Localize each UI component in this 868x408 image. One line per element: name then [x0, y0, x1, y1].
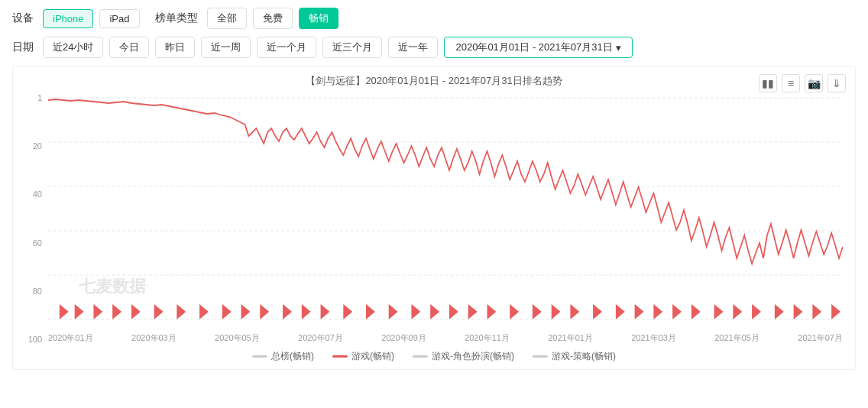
chart-type-all[interactable]: 全部	[207, 8, 247, 29]
date-3month[interactable]: 近三个月	[322, 37, 382, 58]
list-icon[interactable]: ≡	[782, 74, 800, 92]
chart-area: 【剑与远征】2020年01月01日 - 2021年07月31日排名趋势 ▮▮ ≡…	[12, 66, 856, 370]
svg-marker-12	[177, 304, 186, 319]
x-axis: 2020年01月 2020年03月 2020年05月 2020年07月 2020…	[48, 332, 843, 344]
svg-marker-19	[321, 304, 330, 319]
date-range-text: 2020年01月01日 - 2021年07月31日	[455, 40, 612, 54]
x-label-6: 2021年01月	[548, 332, 593, 344]
svg-marker-27	[487, 304, 496, 319]
svg-marker-38	[714, 304, 724, 319]
y-label-100: 100	[25, 335, 42, 344]
device-ipad[interactable]: iPad	[99, 9, 139, 28]
date-range-picker[interactable]: 2020年01月01日 - 2021年07月31日 ▾	[444, 37, 632, 58]
bar-chart-icon[interactable]: ▮▮	[759, 74, 777, 92]
svg-marker-21	[366, 304, 375, 319]
svg-marker-43	[812, 304, 821, 319]
x-label-7: 2021年03月	[631, 332, 676, 344]
device-row: 设备 iPhone iPad 榜单类型 全部 免费 畅销	[12, 8, 856, 29]
x-label-1: 2020年03月	[131, 332, 177, 344]
svg-marker-34	[635, 304, 644, 319]
date-today[interactable]: 今日	[109, 37, 149, 58]
x-label-9: 2021年07月	[798, 332, 843, 344]
svg-marker-20	[343, 304, 352, 319]
svg-marker-15	[241, 304, 251, 319]
x-label-5: 2020年11月	[465, 332, 510, 344]
chart-type-paid[interactable]: 畅销	[299, 8, 338, 29]
device-iphone[interactable]: iPhone	[43, 9, 93, 28]
date-year[interactable]: 近一年	[388, 37, 438, 58]
svg-marker-25	[449, 304, 458, 319]
legend-color-2	[413, 355, 428, 358]
svg-marker-26	[468, 304, 478, 319]
svg-marker-31	[570, 304, 579, 319]
svg-marker-14	[222, 304, 232, 319]
svg-marker-28	[510, 304, 519, 319]
svg-marker-42	[794, 304, 803, 319]
y-label-20: 20	[25, 142, 42, 151]
svg-marker-36	[672, 304, 682, 319]
svg-marker-39	[733, 304, 742, 319]
svg-marker-37	[691, 304, 701, 319]
svg-marker-24	[430, 304, 439, 319]
x-label-8: 2021年05月	[714, 332, 760, 344]
rank-line	[48, 99, 843, 264]
svg-marker-23	[411, 304, 420, 319]
x-label-4: 2020年09月	[381, 332, 426, 344]
chart-inner: 七麦数据	[48, 94, 843, 344]
svg-marker-44	[831, 304, 840, 319]
chart-type-label: 榜单类型	[155, 11, 198, 25]
y-label-40: 40	[25, 190, 42, 199]
x-label-0: 2020年01月	[48, 332, 93, 344]
chart-wrapper: 1 20 40 60 80 100 七麦数据	[25, 94, 843, 344]
svg-marker-40	[752, 304, 761, 319]
legend-label-2: 游戏-角色扮演(畅销)	[432, 350, 514, 363]
event-flags	[60, 304, 840, 319]
legend-color-1	[332, 355, 348, 358]
svg-marker-7	[75, 304, 84, 319]
svg-marker-22	[389, 304, 398, 319]
svg-marker-11	[154, 304, 164, 319]
y-label-60: 60	[25, 239, 42, 248]
date-month[interactable]: 近一个月	[257, 37, 316, 58]
legend-item-1: 游戏(畅销)	[332, 350, 394, 363]
main-container: 设备 iPhone iPad 榜单类型 全部 免费 畅销 日期 近24小时 今日…	[0, 0, 868, 377]
y-label-1: 1	[25, 94, 42, 102]
svg-marker-41	[775, 304, 784, 319]
legend-item-3: 游戏-策略(畅销)	[533, 350, 616, 363]
chart-type-free[interactable]: 免费	[253, 8, 293, 29]
legend-label-1: 游戏(畅销)	[351, 350, 394, 363]
chart-svg	[48, 94, 843, 331]
date-week[interactable]: 近一周	[201, 37, 251, 58]
date-label: 日期	[12, 40, 34, 54]
svg-marker-35	[653, 304, 662, 319]
y-axis: 1 20 40 60 80 100	[25, 94, 48, 344]
device-label: 设备	[12, 11, 34, 25]
legend-color-3	[533, 355, 548, 358]
svg-marker-17	[283, 304, 292, 319]
date-row: 日期 近24小时 今日 昨日 近一周 近一个月 近三个月 近一年 2020年01…	[12, 37, 856, 58]
legend: 总榜(畅销) 游戏(畅销) 游戏-角色扮演(畅销) 游戏-策略(畅销)	[25, 350, 843, 363]
chevron-down-icon: ▾	[616, 42, 621, 53]
svg-marker-32	[593, 304, 602, 319]
legend-label-3: 游戏-策略(畅销)	[552, 350, 616, 363]
svg-marker-33	[616, 304, 625, 319]
chart-toolbar: ▮▮ ≡ 📷 ⇓	[759, 74, 846, 92]
svg-marker-13	[199, 304, 209, 319]
legend-item-2: 游戏-角色扮演(畅销)	[413, 350, 514, 363]
svg-marker-30	[552, 304, 561, 319]
image-icon[interactable]: 📷	[805, 74, 823, 92]
date-yesterday[interactable]: 昨日	[155, 37, 195, 58]
date-24h[interactable]: 近24小时	[43, 37, 103, 58]
svg-marker-16	[260, 304, 269, 319]
x-label-3: 2020年07月	[298, 332, 343, 344]
svg-marker-10	[131, 304, 141, 319]
svg-marker-9	[112, 304, 121, 319]
y-label-80: 80	[25, 287, 42, 296]
svg-marker-6	[60, 304, 69, 319]
download-icon[interactable]: ⇓	[828, 74, 846, 92]
chart-title: 【剑与远征】2020年01月01日 - 2021年07月31日排名趋势	[25, 74, 843, 88]
legend-label-0: 总榜(畅销)	[271, 350, 314, 363]
x-label-2: 2020年05月	[215, 332, 260, 344]
svg-marker-8	[93, 304, 102, 319]
legend-color-0	[252, 355, 267, 358]
